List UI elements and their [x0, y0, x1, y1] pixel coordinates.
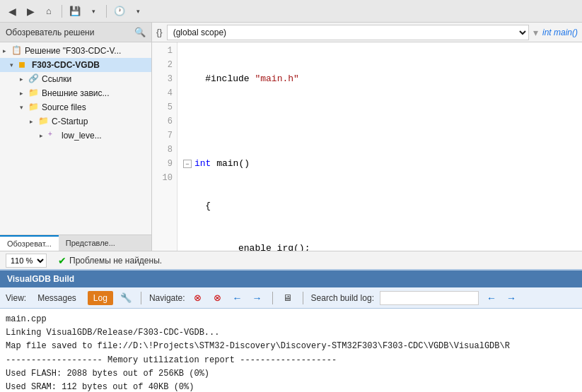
tree-arrow-external: ▸ — [20, 90, 28, 97]
nav-right[interactable]: → — [250, 291, 264, 305]
top-toolbar: ◀ ▶ ⌂ 💾 ▾ 🕐 ▾ — [0, 0, 582, 23]
zoom-select[interactable]: 110 % — [6, 254, 47, 268]
tree-label-cstartup: C-Startup — [52, 117, 88, 126]
navigate-label: Navigate: — [149, 293, 185, 303]
tab-predstavlenie[interactable]: Представле... — [59, 235, 122, 251]
tree-arrow-solution: ▸ — [3, 47, 11, 54]
lowlevel-icon: + — [48, 130, 59, 141]
tree-item-refs[interactable]: ▸ 🔗 Ссылки — [0, 72, 151, 86]
source-icon: 📁 — [28, 102, 40, 113]
ok-icon: ✔ — [58, 255, 66, 266]
sidebar-title: Обозреватель решени — [6, 28, 94, 37]
search-label: Search build log: — [311, 293, 374, 303]
scope-selector[interactable]: (global scope) — [167, 25, 529, 40]
build-sep-2 — [272, 292, 273, 304]
code-lines: 1234 5678 910 #include "main.h" − int ma… — [152, 42, 582, 251]
status-text: Проблемы не найдены. — [69, 256, 162, 266]
forward-button[interactable]: ▶ — [23, 4, 38, 19]
nav-left[interactable]: ← — [231, 291, 245, 305]
cstartup-icon: 📁 — [38, 116, 50, 127]
log-tab[interactable]: Log — [88, 291, 113, 305]
tree-label-refs: Ссылки — [42, 74, 71, 84]
code-line-1: #include "main.h" — [183, 72, 576, 86]
tree-arrow-refs: ▸ — [20, 76, 28, 83]
search-nav-left[interactable]: ← — [484, 291, 499, 305]
editor-topbar: {} (global scope) ▾ int main() — [152, 23, 582, 42]
tree-item-solution[interactable]: ▸ 📋 Решение "F303-CDC-V... — [0, 44, 151, 58]
tab-obozrevatel[interactable]: Обозреват... — [0, 235, 59, 251]
sidebar-search-icon[interactable]: 🔍 — [134, 27, 146, 37]
status-bar: 110 % ✔ Проблемы не найдены. — [0, 251, 582, 269]
code-line-5: __enable_irq(); — [183, 242, 576, 251]
history-dropdown-button[interactable]: ▾ — [130, 4, 146, 19]
line-numbers: 1234 5678 910 — [152, 42, 177, 251]
build-title: VisualGDB Build — [7, 274, 74, 284]
home-button[interactable]: ⌂ — [41, 4, 57, 19]
tree-arrow-cstartup: ▸ — [30, 118, 38, 125]
tree-item-lowlevel[interactable]: ▸ + low_leve... — [0, 129, 151, 143]
sidebar-header: Обозреватель решени 🔍 — [0, 23, 151, 42]
external-icon: 📁 — [28, 88, 40, 99]
scope-dropdown-icon[interactable]: ▾ — [533, 27, 538, 38]
code-content: #include "main.h" − int main() { __enabl… — [177, 42, 582, 251]
sidebar: Обозреватель решени 🔍 ▸ 📋 Решение "F303-… — [0, 23, 152, 251]
fold-icon-3[interactable]: − — [183, 160, 192, 168]
build-sep-1 — [141, 292, 141, 304]
tree-arrow-lowlevel: ▸ — [40, 132, 48, 139]
tree-item-source[interactable]: ▾ 📁 Source files — [0, 100, 151, 114]
code-line-3: − int main() — [183, 157, 576, 171]
code-line-2 — [183, 114, 576, 129]
editor-area: {} (global scope) ▾ int main() 1234 5678… — [152, 23, 582, 251]
stop-btn-2[interactable]: ⊗ — [211, 291, 225, 305]
tree-label-project: F303-CDC-VGDB — [32, 60, 100, 70]
view-label: View: — [6, 293, 26, 303]
tree-label-solution: Решение "F303-CDC-V... — [25, 46, 121, 56]
nav-icon-2[interactable]: 🖥 — [281, 291, 295, 305]
sidebar-tree: ▸ 📋 Решение "F303-CDC-V... ▾ ◼ F303-CDC-… — [0, 42, 151, 234]
back-button[interactable]: ◀ — [4, 4, 20, 19]
status-ok: ✔ Проблемы не найдены. — [58, 255, 162, 266]
save-button[interactable]: 💾 — [67, 4, 83, 19]
main-area: Обозреватель решени 🔍 ▸ 📋 Решение "F303-… — [0, 23, 582, 251]
code-editor[interactable]: 1234 5678 910 #include "main.h" − int ma… — [152, 42, 582, 251]
tree-label-lowlevel: low_leve... — [62, 131, 102, 141]
history-button[interactable]: 🕐 — [112, 4, 127, 19]
stop-btn-1[interactable]: ⊗ — [191, 291, 205, 305]
build-header: VisualGDB Build — [0, 271, 582, 287]
toolbar-sep-2 — [106, 5, 107, 18]
save-dropdown-button[interactable]: ▾ — [86, 4, 101, 19]
messages-tab[interactable]: Messages — [32, 291, 82, 305]
function-label: int main() — [542, 28, 578, 37]
toolbar-sep-1 — [62, 5, 62, 18]
build-toolbar: View: Messages Log 🔧 Navigate: ⊗ ⊗ ← → 🖥… — [0, 287, 582, 309]
wrench-icon[interactable]: 🔧 — [119, 291, 133, 305]
search-build-input[interactable] — [380, 291, 479, 305]
project-icon: ◼ — [18, 59, 30, 71]
tree-item-external[interactable]: ▸ 📁 Внешние завис... — [0, 86, 151, 100]
tree-item-cstartup[interactable]: ▸ 📁 C-Startup — [0, 114, 151, 129]
sidebar-tabs: Обозреват... Представле... — [0, 234, 151, 251]
tree-arrow-source: ▾ — [20, 104, 28, 111]
braces-icon: {} — [156, 27, 163, 37]
status-zoom: 110 % — [6, 254, 47, 268]
build-panel: VisualGDB Build View: Messages Log 🔧 Nav… — [0, 269, 582, 392]
tree-label-source: Source files — [42, 102, 86, 112]
build-sep-3 — [303, 292, 303, 304]
solution-icon: 📋 — [11, 45, 23, 57]
code-line-4: { — [183, 199, 576, 213]
tree-arrow-project: ▾ — [10, 61, 18, 69]
tree-item-project[interactable]: ▾ ◼ F303-CDC-VGDB — [0, 58, 151, 72]
tree-label-external: Внешние завис... — [42, 88, 110, 98]
build-output[interactable]: main.cpp Linking VisualGDB/Release/F303-… — [0, 309, 582, 392]
search-nav-right[interactable]: → — [504, 291, 518, 305]
refs-icon: 🔗 — [28, 73, 40, 85]
